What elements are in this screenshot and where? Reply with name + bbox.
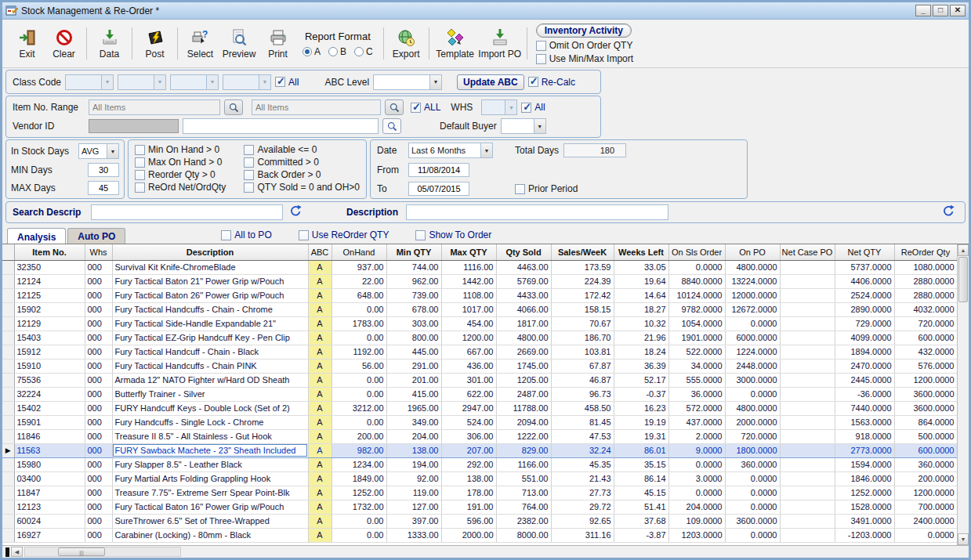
cell-onpo[interactable]: 4800.0000 [725,401,780,415]
class-code-combo-4[interactable]: ▼ [223,74,271,90]
prior-period-checkbox[interactable]: Prior Period [515,183,578,194]
cell-whs[interactable]: 000 [85,316,112,331]
cell-onhand[interactable]: 0.00 [332,415,386,429]
inventory-activity-button[interactable]: Inventory Activity [536,23,632,38]
cell-minq[interactable]: 1965.00 [386,401,441,415]
cell-abc[interactable]: A [308,429,332,443]
cell-onsls[interactable]: 1054.0000 [668,316,725,331]
cell-qsold[interactable]: 2487.00 [496,387,551,401]
cell-sweek[interactable]: 29.72 [551,500,614,514]
cell-desc[interactable]: Fury Tactical EZ-Grip Handcuff Key - Pen… [112,331,308,345]
cell-rord[interactable]: 600.0000 [894,331,957,345]
cell-minq[interactable]: 678.00 [386,302,441,316]
cell-netq[interactable]: 2890.0000 [835,302,894,316]
cell-sweek[interactable]: 67.87 [551,359,614,373]
cell-wleft[interactable]: 19.31 [614,429,668,443]
cell-whs[interactable]: 000 [85,288,112,302]
column-header-abc[interactable]: ABC [308,244,332,260]
cell-qsold[interactable]: 1222.00 [496,429,551,443]
cell-netq[interactable]: 1528.0000 [835,500,894,514]
cell-whs[interactable]: 000 [85,274,112,288]
cell-abc[interactable]: A [308,302,332,316]
cell-maxq[interactable]: 1017.00 [441,302,496,316]
cell-onsls[interactable]: 9.0000 [668,443,725,457]
cell-item[interactable]: 16927 [14,528,85,542]
cell-maxq[interactable]: 524.00 [441,415,496,429]
table-row[interactable]: 15403000Fury Tactical EZ-Grip Handcuff K… [2,331,957,345]
cell-netq[interactable]: 729.0000 [835,316,894,331]
cell-ncase[interactable] [780,260,835,274]
select-button[interactable]: ? Select [182,21,219,66]
cell-desc[interactable]: Fury Tactical Side-Handle Expandable 21" [112,316,308,331]
cell-ncase[interactable] [780,429,835,443]
recalc-checkbox[interactable]: Re-Calc [528,77,575,88]
class-code-combo-3[interactable]: ▼ [170,74,219,90]
item-all-checkbox[interactable]: ALL [411,102,440,113]
use-minmax-import-checkbox[interactable]: Use Min/Max Import [536,53,633,64]
cell-abc[interactable]: A [308,387,332,401]
cell-ncase[interactable] [780,345,835,359]
column-header-whs[interactable]: Whs [85,244,112,260]
cell-netq[interactable]: 4406.0000 [835,274,894,288]
cell-onpo[interactable]: 0.0000 [725,387,780,401]
cell-whs[interactable]: 000 [85,373,112,387]
cell-desc[interactable]: Fury Tactical Baton 16" Power Grip w/Pou… [112,500,308,514]
cell-rord[interactable]: 3600.0000 [894,401,957,415]
column-header-qsold[interactable]: Qty Sold [496,244,551,260]
cell-netq[interactable]: -1203.0000 [835,528,894,542]
cell-sweek[interactable]: 21.43 [551,471,614,486]
cell-rord[interactable]: 700.0000 [894,500,957,514]
cell-ncase[interactable] [780,274,835,288]
cell-onhand[interactable]: 1849.00 [332,471,386,486]
cell-qsold[interactable]: 829.00 [496,443,551,457]
class-code-combo-1[interactable]: ▼ [65,74,114,90]
cell-rord[interactable]: 2880.0000 [894,288,957,302]
cell-onpo[interactable]: 1224.0000 [725,345,780,359]
cell-desc[interactable]: FURY Sawback Machete - 23" Sheath Includ… [112,443,308,457]
cell-qsold[interactable]: 2382.00 [496,514,551,528]
cell-whs[interactable]: 000 [85,528,112,542]
cell-ncase[interactable] [780,373,835,387]
table-row[interactable]: 75536000Armada 12" NATO Fighter w/Hard O… [2,373,957,387]
column-header-minq[interactable]: Min QTY [386,244,441,260]
cell-rord[interactable]: 1200.0000 [894,486,957,500]
cell-item[interactable]: 15910 [14,359,85,373]
min-on-hand-checkbox[interactable]: Min On Hand > 0 [135,144,237,155]
cell-ncase[interactable] [780,387,835,401]
cell-rord[interactable]: 2880.0000 [894,274,957,288]
cell-item[interactable]: 15402 [14,401,85,415]
cell-onpo[interactable]: 0.0000 [725,500,780,514]
available-checkbox[interactable]: Available <= 0 [244,144,360,155]
cell-whs[interactable]: 000 [85,387,112,401]
cell-onhand[interactable]: 0.00 [332,528,386,542]
cell-sweek[interactable]: 458.50 [551,401,614,415]
cell-sweek[interactable]: 81.45 [551,415,614,429]
class-code-combo-2[interactable]: ▼ [118,74,166,90]
cell-minq[interactable]: 291.00 [386,359,441,373]
avg-combo[interactable]: AVG▼ [78,143,119,159]
cell-maxq[interactable]: 436.00 [441,359,496,373]
cell-minq[interactable]: 1333.00 [386,528,441,542]
cell-desc[interactable]: Survival Kit Knife-ChromeBlade [112,260,308,274]
cell-qsold[interactable]: 1205.00 [496,373,551,387]
cell-wleft[interactable]: 10.32 [614,316,668,331]
cell-abc[interactable]: A [308,260,332,274]
cell-rord[interactable]: 0.0000 [894,528,957,542]
cell-onpo[interactable]: 4800.0000 [725,260,780,274]
cell-maxq[interactable]: 454.00 [441,316,496,331]
cell-rord[interactable]: 360.0000 [894,457,957,471]
vendor-id-field[interactable] [89,119,179,133]
cell-item[interactable]: 75536 [14,373,85,387]
cell-wleft[interactable]: 19.64 [614,274,668,288]
table-row[interactable]: 12129000Fury Tactical Side-Handle Expand… [2,316,957,331]
update-abc-button[interactable]: Update ABC [457,74,524,90]
cell-minq[interactable]: 194.00 [386,457,441,471]
row-selector-gutter[interactable]: ▶ [2,443,14,457]
cell-onhand[interactable]: 982.00 [332,443,386,457]
cell-wleft[interactable]: 16.23 [614,401,668,415]
cell-item[interactable]: 12129 [14,316,85,331]
cell-onsls[interactable]: 34.0000 [668,359,725,373]
use-reorder-qty-checkbox[interactable]: Use ReOrder QTY [299,229,389,240]
cell-sweek[interactable]: 173.59 [551,260,614,274]
column-header-item[interactable]: Item No. [14,244,85,260]
